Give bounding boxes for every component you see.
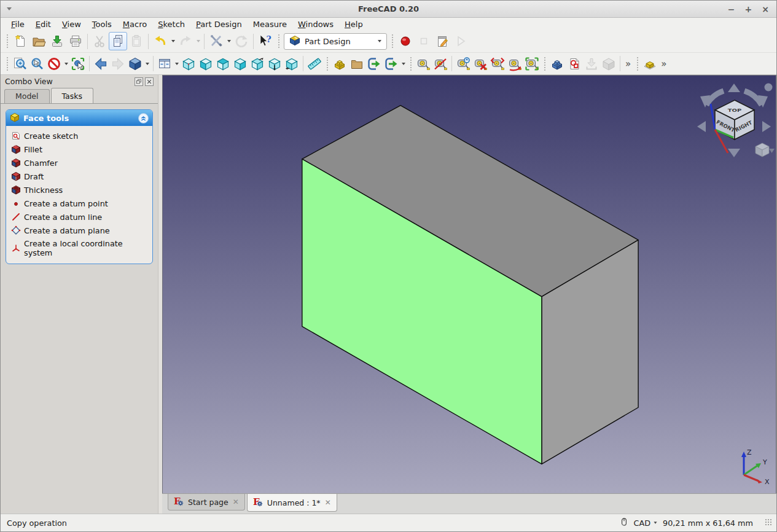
- menu-view[interactable]: View: [57, 19, 87, 29]
- measure-linear-button[interactable]: [415, 55, 432, 72]
- redo-button[interactable]: [176, 32, 195, 50]
- task-item-chamfer[interactable]: Chamfer: [7, 156, 151, 170]
- minimize-button[interactable]: −: [728, 5, 735, 14]
- toolbar-grip[interactable]: [636, 56, 639, 72]
- macro-record-button[interactable]: [396, 32, 415, 50]
- panel-splitter[interactable]: [158, 75, 162, 514]
- macro-edit-button[interactable]: [433, 32, 451, 50]
- toolbar-grip[interactable]: [6, 33, 9, 49]
- edit-tools-button[interactable]: [207, 32, 225, 50]
- measure-toggle-delta-button[interactable]: [506, 55, 523, 72]
- macro-play-button[interactable]: [451, 32, 470, 50]
- view-axonometric-button[interactable]: [180, 55, 197, 72]
- view-right-button[interactable]: [232, 55, 249, 72]
- partdesign-pad-button[interactable]: [641, 55, 658, 72]
- 3d-viewport[interactable]: TOP FRONT RIGHT: [162, 75, 776, 493]
- toolbar-grip[interactable]: [277, 33, 280, 49]
- toolbar-grip[interactable]: [6, 56, 9, 72]
- measure-toggle-3d-button[interactable]: [489, 55, 506, 72]
- toolbar-grip[interactable]: [543, 56, 546, 72]
- draw-style-dropdown[interactable]: [63, 55, 69, 73]
- make-link-group-button[interactable]: [383, 55, 400, 72]
- macro-stop-button[interactable]: [415, 32, 433, 50]
- close-tab-icon[interactable]: ✕: [325, 498, 331, 507]
- float-panel-icon[interactable]: [135, 77, 143, 86]
- measure-button[interactable]: [306, 55, 323, 72]
- create-body-part-button[interactable]: [331, 55, 348, 72]
- task-item-create-a-datum-plane[interactable]: Create a datum plane: [7, 224, 151, 237]
- close-button[interactable]: ×: [762, 5, 769, 14]
- paste-button[interactable]: [127, 32, 146, 50]
- task-item-create-sketch[interactable]: Create sketch: [7, 129, 151, 143]
- draw-style-button[interactable]: [45, 55, 63, 72]
- nav-face-top-label[interactable]: TOP: [728, 108, 742, 112]
- view-forward-button[interactable]: [109, 55, 127, 72]
- document-tab-start-page[interactable]: FStart page✕: [168, 494, 245, 510]
- undo-button[interactable]: [151, 32, 170, 50]
- measure-clear-all-button[interactable]: [472, 55, 489, 72]
- toolbar-grip[interactable]: [391, 33, 394, 49]
- menu-part-design[interactable]: Part Design: [190, 19, 248, 29]
- close-panel-icon[interactable]: [145, 77, 154, 86]
- task-item-create-a-datum-line[interactable]: Create a datum line: [7, 210, 151, 224]
- fit-all-button[interactable]: [11, 55, 28, 72]
- nav-menu-dropdown-icon[interactable]: [769, 149, 775, 153]
- menu-measure[interactable]: Measure: [248, 19, 292, 29]
- view-bottom-button[interactable]: [266, 55, 283, 72]
- partdesign-import-button[interactable]: [583, 55, 600, 72]
- copy-button[interactable]: [109, 32, 127, 50]
- view-rear-button[interactable]: [249, 55, 266, 72]
- menu-macro[interactable]: Macro: [117, 19, 152, 29]
- view-isometric-dropdown[interactable]: [144, 55, 150, 73]
- nav-cube-body[interactable]: TOP FRONT RIGHT: [715, 100, 754, 139]
- menu-tools[interactable]: Tools: [87, 19, 117, 29]
- close-tab-icon[interactable]: ✕: [233, 498, 239, 506]
- nav-style-selector[interactable]: CAD: [633, 518, 657, 528]
- create-group-button[interactable]: [348, 55, 365, 72]
- task-item-draft[interactable]: Draft: [7, 170, 151, 183]
- toolbar-overflow-button[interactable]: »: [658, 58, 669, 69]
- refresh-button[interactable]: [232, 32, 251, 50]
- workbench-selector[interactable]: Part Design: [284, 33, 387, 50]
- box-element-selection-button[interactable]: [69, 55, 87, 72]
- undo-dropdown[interactable]: [170, 32, 176, 50]
- combo-view-titlebar[interactable]: Combo View: [1, 75, 158, 88]
- face-tools-header[interactable]: Face tools: [6, 110, 152, 126]
- toolbar-grip[interactable]: [409, 56, 412, 72]
- menu-sketch[interactable]: Sketch: [152, 19, 190, 29]
- nav-mini-cube-menu[interactable]: [756, 143, 769, 157]
- document-tab-unnamed-1[interactable]: FUnnamed : 1*✕: [247, 494, 337, 512]
- make-link-group-dropdown[interactable]: [400, 55, 407, 73]
- task-item-create-a-local-coordinate-system[interactable]: Create a local coordinate system: [7, 237, 151, 259]
- sync-view-button[interactable]: [156, 55, 173, 72]
- cut-button[interactable]: [90, 32, 109, 50]
- menu-edit[interactable]: Edit: [30, 19, 57, 29]
- measure-angular-button[interactable]: [432, 55, 449, 72]
- new-file-button[interactable]: [11, 32, 29, 50]
- menu-help[interactable]: Help: [339, 19, 369, 29]
- partdesign-box-button[interactable]: [600, 55, 617, 72]
- navigation-cube[interactable]: TOP FRONT RIGHT: [693, 79, 775, 162]
- collapse-section-button[interactable]: [138, 113, 149, 123]
- toolbar-overflow-button[interactable]: »: [623, 58, 633, 69]
- edit-tools-dropdown[interactable]: [225, 32, 232, 50]
- partdesign-sketch-button[interactable]: [566, 55, 583, 72]
- sync-view-dropdown[interactable]: [173, 55, 180, 73]
- view-back-button[interactable]: [92, 55, 109, 72]
- view-top-button[interactable]: [214, 55, 232, 72]
- menu-file[interactable]: File: [6, 19, 30, 29]
- redo-dropdown[interactable]: [195, 32, 201, 50]
- tab-tasks[interactable]: Tasks: [51, 88, 94, 103]
- view-isometric-button[interactable]: [127, 55, 144, 72]
- measure-refresh-button[interactable]: [455, 55, 472, 72]
- print-button[interactable]: [66, 32, 85, 50]
- make-link-button[interactable]: [365, 55, 383, 72]
- maximize-button[interactable]: +: [745, 5, 752, 14]
- task-item-create-a-datum-point[interactable]: Create a datum point: [7, 197, 151, 210]
- measure-clipping-button[interactable]: [523, 55, 541, 72]
- view-front-button[interactable]: [197, 55, 214, 72]
- menu-windows[interactable]: Windows: [292, 19, 339, 29]
- tab-model[interactable]: Model: [4, 89, 50, 103]
- partdesign-body-button[interactable]: [549, 55, 566, 72]
- save-file-button[interactable]: [48, 32, 66, 50]
